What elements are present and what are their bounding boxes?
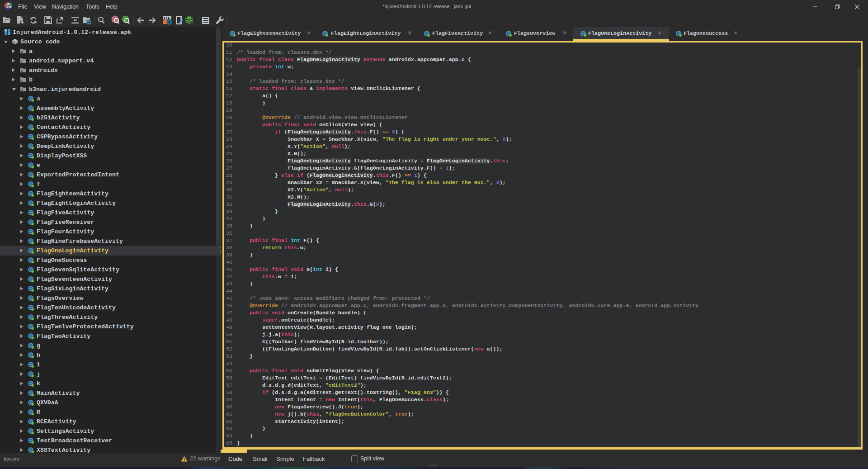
svg-text:DX: DX — [7, 5, 12, 9]
